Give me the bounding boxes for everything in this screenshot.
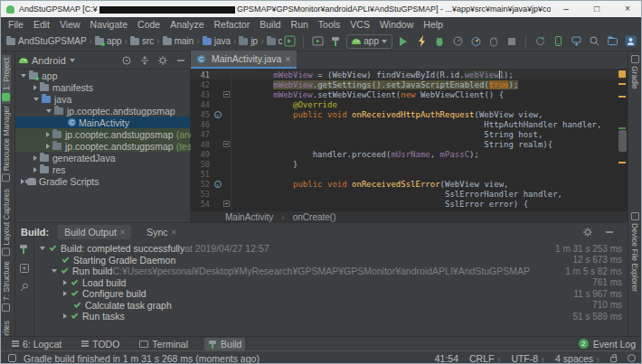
close-button[interactable]: × — [612, 1, 642, 17]
build-row-run-tasks[interactable]: Run tasks51 s 589 ms — [34, 311, 628, 322]
attach-debugger-icon[interactable] — [486, 34, 501, 49]
build-hammer-icon[interactable] — [19, 244, 30, 255]
tree-item-jp-cooptec-andstugpsmap[interactable]: jp.cooptec.andstugpsmap(test) — [15, 140, 190, 152]
build-row-calculate-task-graph[interactable]: Calculate task graph710 ms — [34, 300, 628, 312]
tree-chevron-down-icon[interactable] — [52, 269, 57, 273]
hide-panel-icon[interactable] — [175, 55, 186, 66]
tool-strip-layout-captures[interactable]: Layout Captures — [2, 189, 11, 256]
search-everywhere-icon[interactable] — [587, 34, 601, 49]
fold-marker-icon[interactable] — [223, 91, 230, 98]
line-ending-select[interactable]: CRLF ↕ — [469, 353, 500, 364]
code-line-41[interactable]: 41 mWebView = (WebView) findViewById(R.i… — [191, 70, 628, 79]
run-icon[interactable] — [396, 34, 411, 49]
editor-breadcrumb-oncreate-[interactable]: onCreate() — [293, 212, 336, 222]
build-row-build-completed-successfully[interactable]: Build: completed successfully at 2019/04… — [34, 243, 628, 255]
code-line-44[interactable]: 44 @Override — [191, 99, 628, 109]
profiler-icon[interactable] — [468, 34, 483, 49]
breadcrumb-item-java[interactable]: java — [203, 36, 231, 46]
caret-position[interactable]: 41:54 — [435, 353, 458, 364]
tab-sync[interactable]: Sync× — [140, 225, 183, 239]
tool-strip-gradle[interactable]: Gradle — [630, 55, 639, 89]
coverage-icon[interactable] — [450, 34, 465, 49]
code-area[interactable]: 41 mWebView = (WebView) findViewById(R.i… — [191, 70, 628, 210]
vcs-stripe-mark[interactable] — [618, 127, 626, 129]
code-line-46[interactable]: 46 HttpAuthHandler handler, — [191, 119, 628, 129]
tree-chevron-right-icon[interactable] — [63, 291, 67, 296]
code-line-45[interactable]: 45↑ public void onReceivedHttpAuthReques… — [191, 109, 628, 119]
tree-item-generatedjava[interactable]: generatedJava — [15, 152, 190, 163]
code-line-48[interactable]: 48 String realm){ — [191, 139, 628, 149]
menu-run[interactable]: Run — [291, 19, 308, 30]
breadcrumb-item-jp[interactable]: jp — [239, 36, 258, 46]
build-hammer-icon[interactable] — [328, 34, 343, 49]
tree-item-jp-cooptec-andstugpsmap[interactable]: jp.cooptec.andstugpsmap(androidTest) — [15, 128, 190, 140]
tree-item-res[interactable]: res — [15, 163, 190, 175]
tool-strip-resource-manager[interactable]: Resource Manager — [2, 106, 11, 182]
tab-close-icon[interactable]: × — [120, 228, 125, 237]
tree-chevron-down-icon[interactable] — [21, 74, 26, 78]
locate-file-icon[interactable] — [121, 55, 132, 66]
code-line-51[interactable]: 51 — [191, 169, 628, 179]
code-line-47[interactable]: 47 String host, — [191, 129, 628, 139]
tree-chevron-right-icon[interactable] — [46, 132, 50, 137]
tab-close-icon[interactable]: × — [172, 228, 176, 237]
tool-strip-device-file-explorer[interactable]: Device File Explorer — [630, 212, 639, 292]
device-manager-icon[interactable] — [551, 34, 565, 49]
menu-help[interactable]: Help — [423, 19, 443, 30]
tab-build-output[interactable]: Build Output× — [58, 225, 131, 239]
menu-window[interactable]: Window — [380, 19, 413, 30]
menu-edit[interactable]: Edit — [33, 19, 50, 30]
apply-changes-icon[interactable] — [414, 34, 429, 49]
tree-item-mainactivity[interactable]: CMainActivity — [15, 117, 190, 128]
build-row-run-build[interactable]: Run build C:¥Users¥personal¥Desktop¥MyRe… — [34, 266, 628, 277]
tree-chevron-right-icon[interactable] — [46, 144, 50, 149]
settings-gear-icon[interactable] — [157, 55, 168, 66]
restart-build-icon[interactable] — [19, 263, 30, 274]
code-line-50[interactable]: 50 } — [191, 159, 628, 169]
override-method-icon[interactable]: ↑ — [214, 181, 222, 188]
hide-panel-icon[interactable] — [604, 227, 615, 238]
menu-tools[interactable]: Tools — [318, 19, 341, 30]
lock-icon[interactable] — [610, 357, 617, 362]
tool-strip--project[interactable]: 1: Project — [2, 55, 11, 104]
menu-vcs[interactable]: VCS — [350, 19, 370, 30]
breadcrumb-item-cooptec[interactable]: cooptec — [267, 36, 283, 46]
toolwindow-toggle-icon[interactable] — [8, 354, 16, 362]
tool-strip--structure[interactable]: 7: Structure — [2, 261, 11, 312]
tree-chevron-down-icon[interactable] — [46, 109, 52, 113]
code-line-55[interactable]: 55 handler.proceed(); — [191, 209, 628, 210]
tree-chevron-right-icon[interactable] — [33, 155, 37, 161]
tree-item-manifests[interactable]: manifests — [15, 81, 190, 93]
stop-icon[interactable] — [505, 34, 519, 49]
encoding-select[interactable]: UTF-8 ↕ — [511, 353, 544, 364]
toolwindow-button-terminal[interactable]: Terminal — [136, 338, 192, 350]
editor-breadcrumb-mainactivity[interactable]: MainActivity — [225, 212, 273, 222]
warning-stripe-mark[interactable] — [618, 162, 626, 163]
override-method-icon[interactable]: ↑ — [214, 111, 222, 118]
warning-stripe-mark[interactable] — [618, 83, 626, 85]
breadcrumb-item-src[interactable]: src — [130, 36, 154, 46]
breadcrumb-item-AndStuGPSMAP[interactable]: AndStuGPSMAP — [6, 36, 87, 46]
user-avatar-icon[interactable] — [623, 34, 637, 49]
fold-marker-icon[interactable] — [223, 141, 230, 147]
code-line-53[interactable]: 53 SslErrorHandler handler, — [191, 189, 628, 199]
breadcrumb-item-main[interactable]: main — [163, 36, 194, 46]
inspection-indicator[interactable] — [618, 70, 626, 78]
tab-close-icon[interactable]: × — [285, 54, 290, 64]
toolwindow-button-todo[interactable]: TODO — [78, 338, 123, 350]
sdk-manager-icon[interactable] — [569, 34, 583, 49]
tree-item-jp-cooptec-andstugpsmap[interactable]: jp.cooptec.andstugpsmap — [15, 105, 190, 117]
menu-analyze[interactable]: Analyze — [170, 19, 203, 30]
toolwindow-button-6-logcat[interactable]: 6: Logcat — [8, 338, 65, 350]
tree-item-gradle-scripts[interactable]: Gradle Scripts — [15, 175, 190, 187]
menu-navigate[interactable]: Navigate — [90, 19, 127, 30]
menu-code[interactable]: Code — [137, 19, 160, 30]
menu-file[interactable]: File — [8, 19, 24, 30]
editor-scrollbar[interactable] — [618, 130, 627, 152]
collapse-all-icon[interactable] — [139, 55, 150, 66]
event-log-button[interactable]: Event Log — [593, 339, 636, 350]
project-view-selector[interactable]: Android — [32, 55, 66, 66]
toolwindow-button-build[interactable]: Build — [204, 338, 245, 350]
build-row-starting-gradle-daemon[interactable]: Starting Gradle Daemon12 s 673 ms — [34, 255, 628, 266]
code-line-52[interactable]: 52↑ public void onReceivedSslError(WebVi… — [191, 179, 628, 189]
